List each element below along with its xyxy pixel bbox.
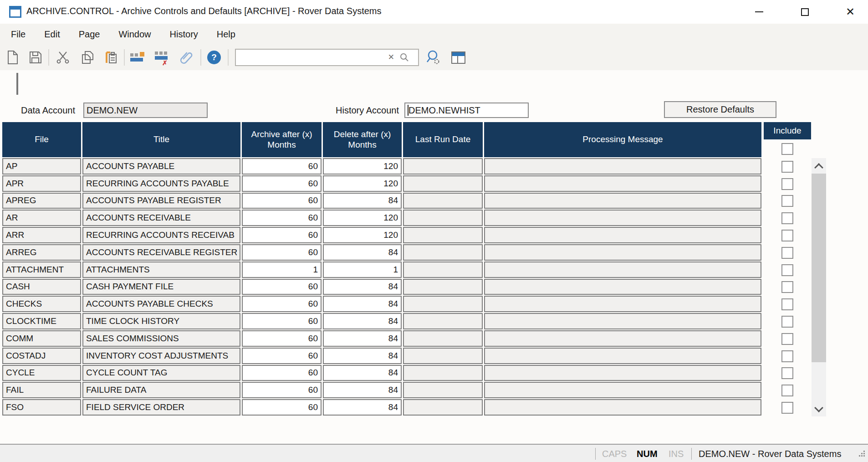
cell-delete-months[interactable]: 84 bbox=[323, 193, 402, 209]
cell-file[interactable]: CHECKS bbox=[2, 296, 81, 312]
cell-last-run-date[interactable] bbox=[403, 313, 483, 329]
cell-last-run-date[interactable] bbox=[403, 244, 483, 261]
history-account-input[interactable]: DEMO.NEWHIST bbox=[404, 103, 529, 118]
cell-processing-message[interactable] bbox=[484, 279, 761, 295]
resize-grip[interactable] bbox=[859, 451, 865, 457]
include-checkbox[interactable] bbox=[781, 195, 793, 207]
data-account-input[interactable]: DEMO.NEW bbox=[83, 103, 208, 118]
menu-help[interactable]: Help bbox=[217, 29, 235, 40]
cell-archive-months[interactable]: 60 bbox=[242, 227, 322, 243]
cell-archive-months[interactable]: 60 bbox=[242, 399, 322, 416]
cell-title[interactable]: RECURRING ACCOUNTS RECEIVAB bbox=[82, 227, 240, 243]
restore-defaults-button[interactable]: Restore Defaults bbox=[664, 101, 776, 118]
cell-processing-message[interactable] bbox=[484, 193, 761, 209]
include-checkbox[interactable] bbox=[781, 230, 793, 241]
cell-file[interactable]: COMM bbox=[2, 330, 81, 347]
paste-button[interactable] bbox=[103, 50, 119, 65]
cell-title[interactable]: ACCOUNTS PAYABLE REGISTER bbox=[82, 193, 240, 209]
include-select-all-checkbox[interactable] bbox=[781, 143, 793, 155]
copy-button[interactable] bbox=[79, 50, 96, 65]
cell-title[interactable]: INVENTORY COST ADJUSTMENTS bbox=[82, 348, 240, 364]
cell-archive-months[interactable]: 60 bbox=[242, 365, 322, 381]
delete-row-button[interactable]: ✗ bbox=[154, 50, 170, 65]
include-checkbox[interactable] bbox=[781, 402, 793, 414]
scroll-down-button[interactable] bbox=[812, 401, 826, 416]
cell-archive-months[interactable]: 60 bbox=[242, 279, 322, 295]
cell-delete-months[interactable]: 120 bbox=[323, 210, 402, 226]
cell-file[interactable]: CASH bbox=[2, 279, 81, 295]
include-checkbox[interactable] bbox=[781, 281, 793, 293]
cell-archive-months[interactable]: 60 bbox=[242, 158, 322, 175]
cell-last-run-date[interactable] bbox=[403, 227, 483, 243]
cell-title[interactable]: ACCOUNTS RECEIVABLE REGISTER bbox=[82, 244, 240, 261]
include-checkbox[interactable] bbox=[781, 316, 793, 328]
cell-title[interactable]: SALES COMMISSIONS bbox=[82, 330, 240, 347]
cell-last-run-date[interactable] bbox=[403, 193, 483, 209]
cell-file[interactable]: ATTACHMENT bbox=[2, 262, 81, 278]
search-input[interactable] bbox=[238, 51, 385, 65]
cell-title[interactable]: FIELD SERVICE ORDER bbox=[82, 399, 240, 416]
cell-title[interactable]: ACCOUNTS RECEIVABLE bbox=[82, 210, 240, 226]
help-button[interactable]: ? bbox=[206, 50, 222, 65]
cell-last-run-date[interactable] bbox=[403, 365, 483, 381]
cell-title[interactable]: TIME CLOCK HISTORY bbox=[82, 313, 240, 329]
cell-file[interactable]: ARREG bbox=[2, 244, 81, 261]
cell-archive-months[interactable]: 1 bbox=[242, 262, 322, 278]
cell-delete-months[interactable]: 84 bbox=[323, 365, 402, 381]
cell-file[interactable]: APR bbox=[2, 175, 81, 192]
scrollbar-thumb[interactable] bbox=[812, 174, 826, 362]
cell-file[interactable]: APREG bbox=[2, 193, 81, 209]
cell-last-run-date[interactable] bbox=[403, 175, 483, 192]
minimize-button[interactable] bbox=[746, 0, 772, 24]
cell-file[interactable]: AR bbox=[2, 210, 81, 226]
search-clear-icon[interactable]: ✕ bbox=[388, 52, 394, 62]
cell-processing-message[interactable] bbox=[484, 382, 761, 398]
cell-delete-months[interactable]: 84 bbox=[323, 296, 402, 312]
cell-processing-message[interactable] bbox=[484, 210, 761, 226]
menu-history[interactable]: History bbox=[170, 29, 198, 40]
cell-archive-months[interactable]: 60 bbox=[242, 313, 322, 329]
cell-archive-months[interactable]: 60 bbox=[242, 330, 322, 347]
cell-title[interactable]: CYCLE COUNT TAG bbox=[82, 365, 240, 381]
include-checkbox[interactable] bbox=[781, 178, 793, 190]
new-document-button[interactable] bbox=[5, 50, 21, 65]
include-checkbox[interactable] bbox=[781, 350, 793, 362]
menu-window[interactable]: Window bbox=[118, 29, 151, 40]
cell-delete-months[interactable]: 84 bbox=[323, 399, 402, 416]
include-checkbox[interactable] bbox=[781, 212, 793, 224]
cell-processing-message[interactable] bbox=[484, 227, 761, 243]
include-checkbox[interactable] bbox=[781, 264, 793, 276]
cell-processing-message[interactable] bbox=[484, 262, 761, 278]
cell-delete-months[interactable]: 84 bbox=[323, 330, 402, 347]
cell-archive-months[interactable]: 60 bbox=[242, 175, 322, 192]
cell-file[interactable]: CLOCKTIME bbox=[2, 313, 81, 329]
cell-archive-months[interactable]: 60 bbox=[242, 382, 322, 398]
cell-processing-message[interactable] bbox=[484, 296, 761, 312]
attachment-button[interactable] bbox=[179, 50, 195, 65]
cell-file[interactable]: CYCLE bbox=[2, 365, 81, 381]
cell-processing-message[interactable] bbox=[484, 399, 761, 416]
cell-archive-months[interactable]: 60 bbox=[242, 193, 322, 209]
cell-processing-message[interactable] bbox=[484, 330, 761, 347]
scroll-up-button[interactable] bbox=[812, 158, 826, 174]
cell-last-run-date[interactable] bbox=[403, 262, 483, 278]
cell-last-run-date[interactable] bbox=[403, 330, 483, 347]
cell-title[interactable]: ACCOUNTS PAYABLE CHECKS bbox=[82, 296, 240, 312]
cell-delete-months[interactable]: 120 bbox=[323, 158, 402, 175]
cell-last-run-date[interactable] bbox=[403, 296, 483, 312]
cell-archive-months[interactable]: 60 bbox=[242, 210, 322, 226]
maximize-button[interactable] bbox=[791, 0, 818, 24]
cell-archive-months[interactable]: 60 bbox=[242, 296, 322, 312]
cell-delete-months[interactable]: 84 bbox=[323, 279, 402, 295]
cell-delete-months[interactable]: 84 bbox=[323, 313, 402, 329]
cell-delete-months[interactable]: 84 bbox=[323, 382, 402, 398]
cell-processing-message[interactable] bbox=[484, 158, 761, 175]
cell-delete-months[interactable]: 84 bbox=[323, 244, 402, 261]
vertical-scrollbar[interactable] bbox=[812, 158, 826, 416]
cell-title[interactable]: RECURRING ACCOUNTS PAYABLE bbox=[82, 175, 240, 192]
cell-delete-months[interactable]: 120 bbox=[323, 175, 402, 192]
cell-archive-months[interactable]: 60 bbox=[242, 348, 322, 364]
cell-file[interactable]: COSTADJ bbox=[2, 348, 81, 364]
search-magnifier-icon[interactable] bbox=[399, 52, 410, 65]
cell-file[interactable]: AP bbox=[2, 158, 81, 175]
